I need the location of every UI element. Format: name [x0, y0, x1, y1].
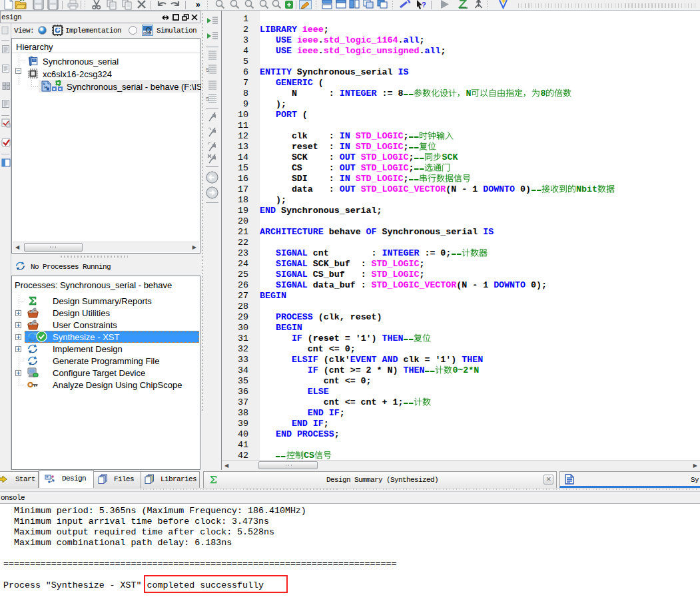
svg-text:5: 5 — [206, 67, 209, 73]
svg-text:?: ? — [422, 1, 426, 9]
svg-text:iSim: iSim — [143, 31, 151, 35]
svg-text:5: 5 — [206, 96, 209, 102]
